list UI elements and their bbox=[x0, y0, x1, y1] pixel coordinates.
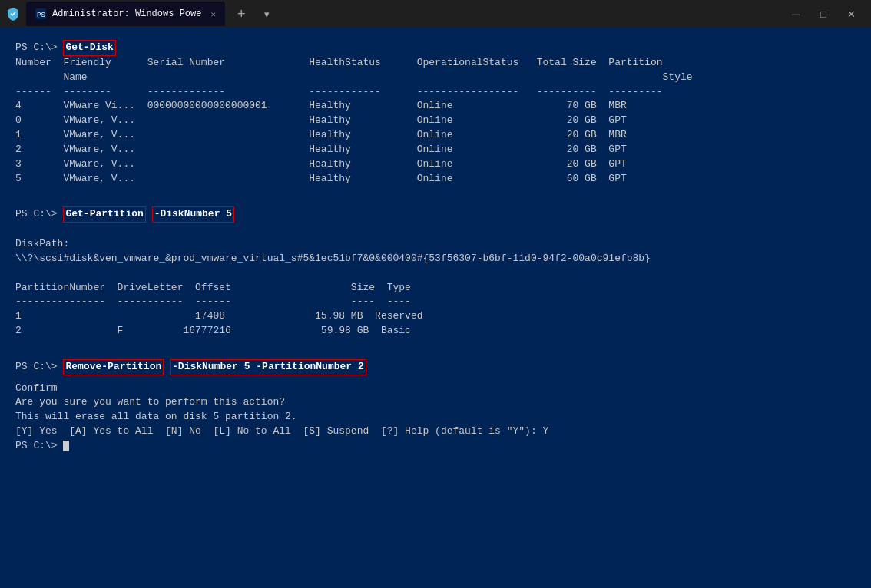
disk-row-0: 0 VMware, V... Healthy Online 20 GB GPT bbox=[15, 114, 856, 128]
cursor bbox=[63, 441, 69, 451]
diskpath-label: DiskPath: bbox=[15, 237, 856, 252]
remove-partition-param: -DiskNumber 5 -PartitionNumber 2 bbox=[170, 359, 366, 375]
tab-dropdown-button[interactable]: ▾ bbox=[258, 8, 276, 20]
remove-partition-section: PS C:\> Remove-Partition -DiskNumber 5 -… bbox=[15, 359, 856, 375]
terminal-tab[interactable]: PS Administrator: Windows Powe ✕ bbox=[26, 2, 225, 26]
partition-header: PartitionNumber DriveLetter Offset Size … bbox=[15, 281, 856, 296]
confirm-line-2: This will erase all data on disk 5 parti… bbox=[15, 410, 856, 424]
disk-header-2: Name Style bbox=[15, 71, 856, 85]
close-button[interactable]: ✕ bbox=[843, 8, 859, 20]
titlebar: PS Administrator: Windows Powe ✕ + ▾ ─ □… bbox=[0, 0, 871, 28]
partition-row-2: 2 F 16777216 59.98 GB Basic bbox=[15, 324, 856, 339]
disk-row-4: 4 VMware Vi... 00000000000000000001 Heal… bbox=[15, 99, 856, 114]
prompt-2: PS C:\> bbox=[15, 208, 58, 220]
get-partition-param: -DiskNumber 5 bbox=[152, 206, 234, 223]
disk-row-1: 1 VMware, V... Healthy Online 20 GB MBR bbox=[15, 128, 856, 143]
svg-text:PS: PS bbox=[37, 12, 45, 19]
diskpath-value: \\?\scsi#disk&ven_vmware_&prod_vmware_vi… bbox=[15, 252, 856, 266]
shield-icon bbox=[6, 7, 20, 21]
final-prompt-line: PS C:\> bbox=[15, 439, 856, 454]
prompt-line-1: PS C:\> Get-Disk bbox=[15, 40, 856, 56]
prompt-line-3: PS C:\> Remove-Partition -DiskNumber 5 -… bbox=[15, 359, 856, 375]
disk-row-5: 5 VMware, V... Healthy Online 60 GB GPT bbox=[15, 172, 856, 187]
new-tab-button[interactable]: + bbox=[231, 6, 252, 22]
disk-row-2: 2 VMware, V... Healthy Online 20 GB GPT bbox=[15, 143, 856, 157]
tab-label: Administrator: Windows Powe bbox=[52, 8, 201, 19]
prompt-1: PS C:\> bbox=[15, 41, 58, 53]
prompt-line-2: PS C:\> Get-Partition -DiskNumber 5 bbox=[15, 206, 856, 223]
partition-separator: --------------- ----------- ------ ---- … bbox=[15, 295, 856, 309]
partition-row-1: 1 17408 15.98 MB Reserved bbox=[15, 309, 856, 324]
disk-separator: ------ -------- ------------- ----------… bbox=[15, 85, 856, 100]
get-partition-command: Get-Partition bbox=[63, 206, 145, 223]
get-disk-section: PS C:\> Get-Disk Number Friendly Serial … bbox=[15, 40, 856, 186]
powershell-icon: PS bbox=[35, 8, 46, 19]
disk-row-3: 3 VMware, V... Healthy Online 20 GB GPT bbox=[15, 157, 856, 172]
remove-partition-command: Remove-Partition bbox=[63, 359, 164, 375]
prompt-4: PS C:\> bbox=[15, 440, 58, 451]
restore-button[interactable]: □ bbox=[816, 8, 831, 20]
disk-header-1: Number Friendly Serial Number HealthStat… bbox=[15, 56, 856, 71]
confirm-title: Confirm bbox=[15, 382, 856, 396]
confirm-line-3: [Y] Yes [A] Yes to All [N] No [L] No to … bbox=[15, 424, 856, 439]
minimize-button[interactable]: ─ bbox=[788, 8, 803, 20]
confirm-line-1: Are you sure you want to perform this ac… bbox=[15, 395, 856, 410]
tab-close-button[interactable]: ✕ bbox=[210, 9, 216, 19]
prompt-3: PS C:\> bbox=[15, 361, 58, 372]
confirm-section: Confirm Are you sure you want to perform… bbox=[15, 382, 856, 454]
get-partition-section: PS C:\> Get-Partition -DiskNumber 5 Disk… bbox=[15, 206, 856, 339]
terminal-window[interactable]: PS C:\> Get-Disk Number Friendly Serial … bbox=[0, 28, 871, 588]
get-disk-command: Get-Disk bbox=[63, 40, 115, 56]
